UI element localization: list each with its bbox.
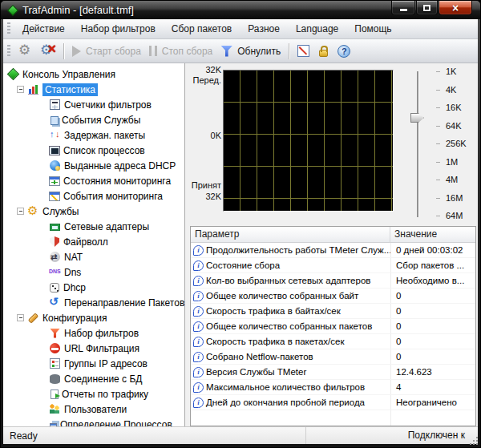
- table-row[interactable]: Дней до окончания пробной периода Неогра…: [191, 395, 475, 410]
- tree-item-delayed-packets[interactable]: Задержан. пакеты: [3, 127, 184, 143]
- tree-item-monitoring-state[interactable]: Состояния мониторинга: [3, 173, 184, 188]
- tree-item-services[interactable]: Службы: [3, 204, 184, 219]
- menu-bar: Действие Набор фильтров Сбор пакетов Раз…: [3, 19, 478, 39]
- red-funnel-icon: [50, 329, 60, 338]
- menu-misc[interactable]: Разное: [240, 20, 288, 38]
- tree-item-configuration[interactable]: Конфигурация: [3, 310, 184, 325]
- collapse-box-icon[interactable]: [17, 208, 24, 215]
- tree-item-dns[interactable]: Dns: [3, 264, 184, 280]
- minimize-icon: [400, 9, 407, 11]
- tree-item-filter-set[interactable]: Набор фильтров: [3, 325, 184, 341]
- close-button[interactable]: ×: [439, 1, 472, 15]
- toolbar: Старт сбора Стоп сбора Обнулить: [3, 39, 478, 63]
- start-capture-label: Старт сбора: [86, 46, 141, 57]
- table-header: Параметр Значение: [191, 227, 475, 243]
- tree-item-console[interactable]: Консоль Управления: [3, 67, 184, 82]
- maximize-button[interactable]: [416, 1, 438, 15]
- client-area: Действие Набор фильтров Сбор пакетов Раз…: [3, 19, 478, 444]
- settings-button[interactable]: [14, 42, 36, 60]
- menu-capture[interactable]: Сбор пакетов: [164, 20, 240, 38]
- info-icon: [193, 337, 204, 347]
- column-header-value[interactable]: Значение: [390, 227, 475, 243]
- table-row[interactable]: Общее количество собранных пакетов 0: [191, 319, 475, 334]
- table-row[interactable]: Максимальное количество фильтров 4: [191, 380, 475, 395]
- wrench-icon: [27, 312, 39, 324]
- tree-item-monitoring-events[interactable]: События мониторинга: [3, 188, 184, 204]
- table-row[interactable]: Собрано Netflow-пакетов 0: [191, 349, 475, 365]
- stop-capture-button[interactable]: Стоп сбора: [145, 43, 216, 59]
- table-row[interactable]: Скорость трафика в байтах/сек 0: [191, 304, 475, 319]
- toolbar-gripper: [7, 45, 10, 58]
- tx-scale-value: 32K: [189, 65, 221, 75]
- table-row[interactable]: Кол-во выбранных сетевых адаптеров Необх…: [191, 273, 475, 289]
- tree-item-nat[interactable]: NAT: [3, 249, 184, 264]
- menu-help[interactable]: Помощь: [346, 20, 399, 38]
- column-header-param[interactable]: Параметр: [191, 227, 390, 243]
- tree-item-firewall[interactable]: Файрволл: [3, 234, 184, 249]
- scale-tick: 1M: [436, 157, 471, 167]
- toolbar-separator: [289, 43, 289, 59]
- dns-letters-icon: [49, 266, 61, 278]
- info-icon: [193, 367, 204, 377]
- filter-editor-button[interactable]: [293, 42, 313, 59]
- help-button[interactable]: [333, 42, 354, 60]
- parameters-table: Параметр Значение Продолжительность рабо…: [190, 226, 476, 426]
- status-bar: Ready Подключен к: [3, 426, 478, 444]
- bar-chart-icon: [27, 83, 39, 95]
- delete-settings-button[interactable]: [36, 42, 59, 60]
- tree-item-dhcp[interactable]: Dhcp: [3, 280, 184, 295]
- play-icon: [72, 46, 81, 57]
- menu-action[interactable]: Действие: [14, 20, 73, 38]
- info-icon: [193, 291, 204, 301]
- chart-window-icon: [49, 176, 60, 186]
- tree-item-db-connection[interactable]: Соединение с БД: [3, 371, 184, 386]
- tree-item-service-events[interactable]: События Службы: [3, 112, 184, 127]
- rx-label: Принят: [189, 180, 221, 190]
- scale-tick: 256K: [436, 139, 471, 148]
- table-row[interactable]: Общее количество собранных байт 0: [191, 289, 475, 304]
- database-icon: [50, 374, 60, 384]
- scale-tick: 1K: [436, 67, 471, 76]
- start-capture-button[interactable]: Старт сбора: [68, 43, 145, 59]
- tree-item-network-adapters[interactable]: Сетевые адаптеры: [3, 219, 184, 234]
- scale-slider-track[interactable]: [417, 71, 418, 217]
- traffic-graph-panel: 32K Перед. 0K Принят 32K 1K 4K 16K 64K 2…: [186, 63, 478, 226]
- collapse-box-icon[interactable]: [17, 86, 24, 93]
- lock-button[interactable]: [313, 43, 333, 59]
- close-icon: ×: [452, 2, 459, 14]
- tree-item-dhcp-leases[interactable]: Выданные адреса DHCP: [3, 158, 184, 173]
- table-row[interactable]: Продолжительность работы TMeter Служ... …: [191, 243, 475, 258]
- menu-filterset[interactable]: Набор фильтров: [73, 20, 164, 38]
- menu-language[interactable]: Language: [288, 20, 346, 38]
- report-page-icon: [51, 389, 59, 399]
- info-icon: [193, 352, 204, 362]
- toolbar-separator: [63, 43, 64, 59]
- navigation-tree: Консоль Управления Статистика Счетчики ф…: [3, 63, 185, 426]
- scale-slider-thumb[interactable]: [410, 113, 424, 123]
- tree-item-process-definition[interactable]: Определение Процессов: [3, 417, 184, 426]
- minimize-button[interactable]: [391, 1, 415, 15]
- resize-grip[interactable]: [476, 443, 478, 445]
- table-row[interactable]: Состояние сбора Сбор пакетов ...: [191, 258, 475, 273]
- tree-item-packet-redirect[interactable]: Перенаправление Пакетов: [3, 295, 184, 310]
- calculator-icon: [50, 99, 60, 110]
- tree-item-filter-counters[interactable]: Счетчики фильтров: [3, 97, 184, 112]
- tree-item-statistics[interactable]: Статистика: [3, 82, 184, 97]
- tree-item-process-list[interactable]: Список процессов: [3, 143, 184, 158]
- collapse-box-icon[interactable]: [17, 314, 24, 321]
- shield-icon: [50, 236, 59, 247]
- tree-item-ip-groups[interactable]: Группы IP адресов: [3, 356, 184, 371]
- table-body: Продолжительность работы TMeter Служ... …: [191, 243, 475, 426]
- info-icon: [193, 260, 204, 271]
- tree-item-users[interactable]: Пользователи: [3, 402, 184, 417]
- table-row[interactable]: Версия Службы TMeter 12.4.623: [191, 365, 475, 380]
- checklist-icon: [50, 358, 60, 369]
- reset-button[interactable]: Обнулить: [216, 43, 285, 59]
- table-row[interactable]: Скорость трафика в пакетах/сек 0: [191, 334, 475, 349]
- pause-icon: [149, 46, 157, 56]
- tree-item-traffic-reports[interactable]: Отчеты по трафику: [3, 386, 184, 402]
- documents-icon: [51, 116, 59, 125]
- no-entry-icon: [50, 343, 60, 353]
- right-pane: 32K Перед. 0K Принят 32K 1K 4K 16K 64K 2…: [186, 63, 478, 426]
- tree-item-url-filtering[interactable]: URL Фильтрация: [3, 341, 184, 356]
